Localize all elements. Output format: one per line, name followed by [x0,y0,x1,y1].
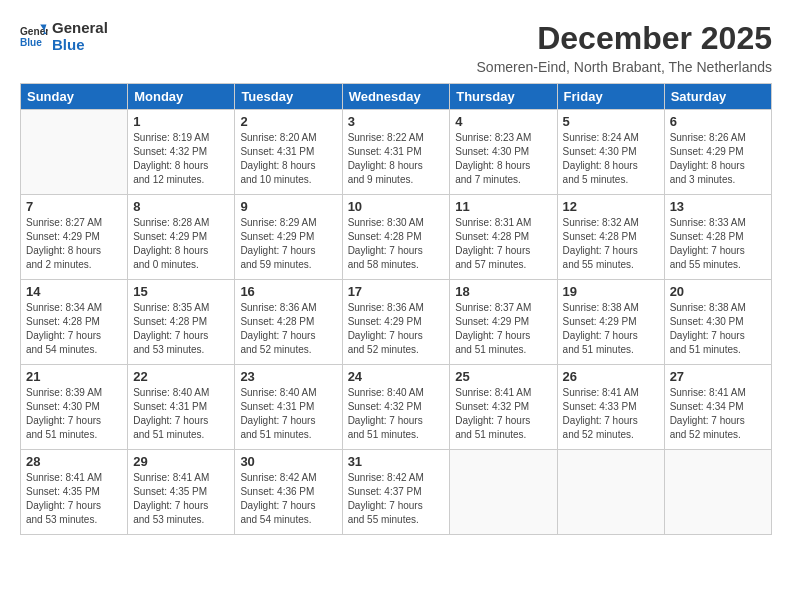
cell-w1-d4: 4Sunrise: 8:23 AM Sunset: 4:30 PM Daylig… [450,110,557,195]
cell-w5-d1: 29Sunrise: 8:41 AM Sunset: 4:35 PM Dayli… [128,450,235,535]
col-thursday: Thursday [450,84,557,110]
cell-w4-d4: 25Sunrise: 8:41 AM Sunset: 4:32 PM Dayli… [450,365,557,450]
cell-w5-d3: 31Sunrise: 8:42 AM Sunset: 4:37 PM Dayli… [342,450,450,535]
location: Someren-Eind, North Brabant, The Netherl… [477,59,772,75]
cell-w5-d2: 30Sunrise: 8:42 AM Sunset: 4:36 PM Dayli… [235,450,342,535]
month-title: December 2025 [477,20,772,57]
cell-w1-d2: 2Sunrise: 8:20 AM Sunset: 4:31 PM Daylig… [235,110,342,195]
day-number: 21 [26,369,122,384]
col-saturday: Saturday [664,84,771,110]
day-number: 15 [133,284,229,299]
day-number: 22 [133,369,229,384]
day-number: 29 [133,454,229,469]
day-info: Sunrise: 8:22 AM Sunset: 4:31 PM Dayligh… [348,131,445,187]
cell-w1-d6: 6Sunrise: 8:26 AM Sunset: 4:29 PM Daylig… [664,110,771,195]
title-section: December 2025 Someren-Eind, North Braban… [477,20,772,75]
cell-w3-d1: 15Sunrise: 8:35 AM Sunset: 4:28 PM Dayli… [128,280,235,365]
week-row-5: 28Sunrise: 8:41 AM Sunset: 4:35 PM Dayli… [21,450,772,535]
day-number: 25 [455,369,551,384]
day-info: Sunrise: 8:42 AM Sunset: 4:37 PM Dayligh… [348,471,445,527]
col-wednesday: Wednesday [342,84,450,110]
day-number: 7 [26,199,122,214]
cell-w3-d2: 16Sunrise: 8:36 AM Sunset: 4:28 PM Dayli… [235,280,342,365]
day-number: 6 [670,114,766,129]
day-info: Sunrise: 8:38 AM Sunset: 4:29 PM Dayligh… [563,301,659,357]
cell-w2-d0: 7Sunrise: 8:27 AM Sunset: 4:29 PM Daylig… [21,195,128,280]
day-info: Sunrise: 8:27 AM Sunset: 4:29 PM Dayligh… [26,216,122,272]
day-info: Sunrise: 8:41 AM Sunset: 4:34 PM Dayligh… [670,386,766,442]
day-number: 27 [670,369,766,384]
cell-w4-d3: 24Sunrise: 8:40 AM Sunset: 4:32 PM Dayli… [342,365,450,450]
day-info: Sunrise: 8:40 AM Sunset: 4:31 PM Dayligh… [133,386,229,442]
col-friday: Friday [557,84,664,110]
cell-w4-d2: 23Sunrise: 8:40 AM Sunset: 4:31 PM Dayli… [235,365,342,450]
cell-w4-d1: 22Sunrise: 8:40 AM Sunset: 4:31 PM Dayli… [128,365,235,450]
cell-w3-d4: 18Sunrise: 8:37 AM Sunset: 4:29 PM Dayli… [450,280,557,365]
day-info: Sunrise: 8:32 AM Sunset: 4:28 PM Dayligh… [563,216,659,272]
day-info: Sunrise: 8:35 AM Sunset: 4:28 PM Dayligh… [133,301,229,357]
cell-w1-d1: 1Sunrise: 8:19 AM Sunset: 4:32 PM Daylig… [128,110,235,195]
day-number: 12 [563,199,659,214]
day-number: 31 [348,454,445,469]
day-number: 8 [133,199,229,214]
logo-general: General [52,19,108,36]
cell-w2-d4: 11Sunrise: 8:31 AM Sunset: 4:28 PM Dayli… [450,195,557,280]
day-info: Sunrise: 8:36 AM Sunset: 4:28 PM Dayligh… [240,301,336,357]
day-number: 1 [133,114,229,129]
day-info: Sunrise: 8:31 AM Sunset: 4:28 PM Dayligh… [455,216,551,272]
cell-w1-d3: 3Sunrise: 8:22 AM Sunset: 4:31 PM Daylig… [342,110,450,195]
day-info: Sunrise: 8:41 AM Sunset: 4:35 PM Dayligh… [26,471,122,527]
day-info: Sunrise: 8:36 AM Sunset: 4:29 PM Dayligh… [348,301,445,357]
week-row-4: 21Sunrise: 8:39 AM Sunset: 4:30 PM Dayli… [21,365,772,450]
day-number: 18 [455,284,551,299]
cell-w5-d0: 28Sunrise: 8:41 AM Sunset: 4:35 PM Dayli… [21,450,128,535]
day-info: Sunrise: 8:42 AM Sunset: 4:36 PM Dayligh… [240,471,336,527]
col-sunday: Sunday [21,84,128,110]
cell-w4-d6: 27Sunrise: 8:41 AM Sunset: 4:34 PM Dayli… [664,365,771,450]
day-number: 3 [348,114,445,129]
day-number: 14 [26,284,122,299]
day-info: Sunrise: 8:38 AM Sunset: 4:30 PM Dayligh… [670,301,766,357]
week-row-2: 7Sunrise: 8:27 AM Sunset: 4:29 PM Daylig… [21,195,772,280]
cell-w2-d6: 13Sunrise: 8:33 AM Sunset: 4:28 PM Dayli… [664,195,771,280]
calendar-header-row: Sunday Monday Tuesday Wednesday Thursday… [21,84,772,110]
cell-w5-d5 [557,450,664,535]
day-number: 19 [563,284,659,299]
cell-w2-d2: 9Sunrise: 8:29 AM Sunset: 4:29 PM Daylig… [235,195,342,280]
cell-w1-d5: 5Sunrise: 8:24 AM Sunset: 4:30 PM Daylig… [557,110,664,195]
day-info: Sunrise: 8:20 AM Sunset: 4:31 PM Dayligh… [240,131,336,187]
day-info: Sunrise: 8:41 AM Sunset: 4:33 PM Dayligh… [563,386,659,442]
day-info: Sunrise: 8:40 AM Sunset: 4:32 PM Dayligh… [348,386,445,442]
col-tuesday: Tuesday [235,84,342,110]
cell-w3-d0: 14Sunrise: 8:34 AM Sunset: 4:28 PM Dayli… [21,280,128,365]
day-info: Sunrise: 8:41 AM Sunset: 4:32 PM Dayligh… [455,386,551,442]
day-number: 2 [240,114,336,129]
day-info: Sunrise: 8:33 AM Sunset: 4:28 PM Dayligh… [670,216,766,272]
day-number: 26 [563,369,659,384]
cell-w4-d5: 26Sunrise: 8:41 AM Sunset: 4:33 PM Dayli… [557,365,664,450]
logo: General Blue General Blue [20,20,108,53]
cell-w5-d6 [664,450,771,535]
day-number: 16 [240,284,336,299]
col-monday: Monday [128,84,235,110]
svg-text:Blue: Blue [20,37,42,48]
day-number: 17 [348,284,445,299]
day-info: Sunrise: 8:41 AM Sunset: 4:35 PM Dayligh… [133,471,229,527]
day-number: 4 [455,114,551,129]
day-info: Sunrise: 8:29 AM Sunset: 4:29 PM Dayligh… [240,216,336,272]
day-number: 13 [670,199,766,214]
cell-w2-d5: 12Sunrise: 8:32 AM Sunset: 4:28 PM Dayli… [557,195,664,280]
day-number: 24 [348,369,445,384]
day-info: Sunrise: 8:37 AM Sunset: 4:29 PM Dayligh… [455,301,551,357]
cell-w1-d0 [21,110,128,195]
cell-w3-d6: 20Sunrise: 8:38 AM Sunset: 4:30 PM Dayli… [664,280,771,365]
day-number: 23 [240,369,336,384]
day-number: 20 [670,284,766,299]
calendar: Sunday Monday Tuesday Wednesday Thursday… [20,83,772,535]
day-info: Sunrise: 8:40 AM Sunset: 4:31 PM Dayligh… [240,386,336,442]
day-number: 30 [240,454,336,469]
day-number: 11 [455,199,551,214]
cell-w2-d1: 8Sunrise: 8:28 AM Sunset: 4:29 PM Daylig… [128,195,235,280]
day-info: Sunrise: 8:26 AM Sunset: 4:29 PM Dayligh… [670,131,766,187]
cell-w2-d3: 10Sunrise: 8:30 AM Sunset: 4:28 PM Dayli… [342,195,450,280]
